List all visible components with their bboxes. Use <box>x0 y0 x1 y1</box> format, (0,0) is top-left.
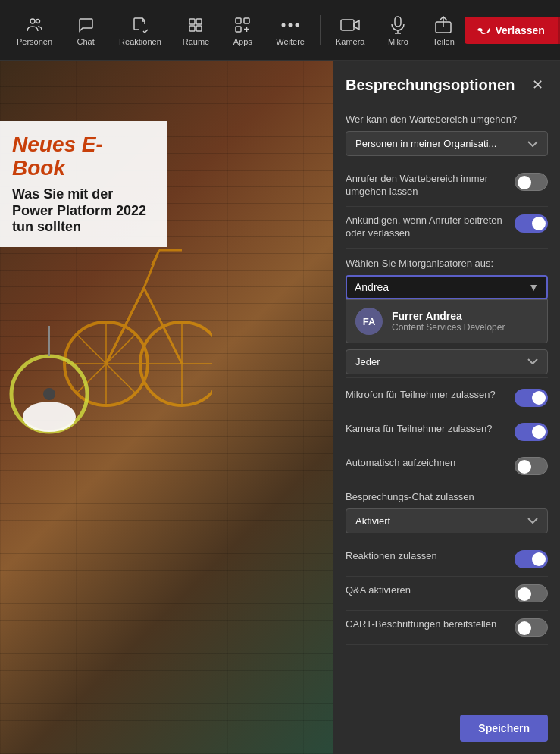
mic-toggle[interactable] <box>515 389 548 407</box>
reactions-toggle-thumb <box>532 552 546 566</box>
bypass-toggle-row: Anrufer den Wartebereich immer umgehen l… <box>346 165 548 207</box>
qa-toggle-track <box>515 584 548 602</box>
personen-icon <box>24 14 45 36</box>
teilen-label: Teilen <box>433 37 455 46</box>
apps-label: Apps <box>233 37 252 46</box>
divider-1 <box>346 377 548 378</box>
kamera-icon <box>339 14 361 36</box>
chat-dropdown[interactable]: Aktiviert <box>346 508 548 533</box>
svg-text:FA: FA <box>363 316 376 327</box>
leave-btn-group: Verlassen <box>465 17 560 44</box>
camera-toggle-thumb <box>532 425 546 439</box>
chair-decoration <box>8 326 99 477</box>
svg-rect-8 <box>236 27 241 32</box>
chat-label: Chat <box>77 37 94 46</box>
organizer-input[interactable] <box>355 281 528 293</box>
suggestion-name: Furrer Andrea <box>392 310 538 322</box>
svg-point-0 <box>30 19 35 23</box>
jeder-dropdown[interactable]: Jeder <box>346 349 548 374</box>
toolbar-item-teilen[interactable]: Teilen <box>422 10 465 51</box>
record-toggle-thumb <box>518 460 531 474</box>
svg-rect-6 <box>236 18 241 23</box>
book-title: Neues E-Book <box>12 133 155 180</box>
svg-point-10 <box>289 23 293 27</box>
svg-line-25 <box>106 288 144 364</box>
toolbar-item-mikro[interactable]: Mikro <box>377 10 419 51</box>
camera-toggle-track <box>515 423 548 441</box>
save-button[interactable]: Speichern <box>460 715 548 742</box>
organizer-input-row: ▼ <box>346 275 548 299</box>
waiting-room-value: Personen in meiner Organisati... <box>355 138 496 149</box>
suggestion-item-furrer[interactable]: FA Furrer Andrea Content Services Develo… <box>346 300 547 343</box>
bypass-toggle-thumb <box>518 176 531 189</box>
toolbar-item-kamera[interactable]: Kamera <box>327 10 374 51</box>
organizer-dropdown-icon[interactable]: ▼ <box>528 281 539 293</box>
chat-icon <box>75 14 96 36</box>
mic-toggle-label: Mikrofon für Teilnehmer zulassen? <box>346 389 515 402</box>
toolbar-item-raume[interactable]: Räume <box>174 10 218 51</box>
main-area: Neues E-Book Was Sie mit der Power Platf… <box>0 61 560 754</box>
suggestion-dropdown: FA Furrer Andrea Content Services Develo… <box>346 299 548 343</box>
mikro-icon <box>387 14 408 36</box>
video-area: Neues E-Book Was Sie mit der Power Platf… <box>0 61 333 754</box>
camera-toggle[interactable] <box>515 423 548 441</box>
toolbar-item-reaktionen[interactable]: Reaktionen <box>110 10 171 51</box>
camera-toggle-label: Kamera für Teilnehmer zulassen? <box>346 423 515 436</box>
waiting-room-label: Wer kann den Wartebereich umgehen? <box>346 114 548 125</box>
record-toggle-label: Automatisch aufzeichnen <box>346 457 515 470</box>
suggestion-avatar: FA <box>355 308 383 335</box>
toolbar-item-chat[interactable]: Chat <box>64 10 107 51</box>
svg-rect-7 <box>244 18 249 23</box>
organizer-section: Wählen Sie Mitorganisatoren aus: ▼ FA <box>346 258 548 343</box>
announce-toggle-row: Ankündigen, wenn Anrufer beitreten oder … <box>346 207 548 249</box>
toolbar-separator <box>320 15 321 45</box>
leave-button[interactable]: Verlassen <box>465 17 556 44</box>
panel-header: Besprechungsoptionen ✕ <box>333 61 560 105</box>
mic-toggle-row: Mikrofon für Teilnehmer zulassen? <box>346 381 548 415</box>
mic-toggle-track <box>515 389 548 407</box>
weitere-icon <box>280 14 301 36</box>
video-background: Neues E-Book Was Sie mit der Power Platf… <box>0 61 333 754</box>
svg-rect-13 <box>395 17 401 27</box>
cart-toggle[interactable] <box>515 618 548 637</box>
svg-point-1 <box>36 19 39 23</box>
chat-chevron-icon <box>527 518 538 524</box>
svg-rect-5 <box>196 26 202 31</box>
record-toggle[interactable] <box>515 457 548 475</box>
chevron-down-icon <box>527 141 538 147</box>
toolbar: Personen Chat Reaktionen <box>0 0 560 61</box>
camera-toggle-row: Kamera für Teilnehmer zulassen? <box>346 415 548 449</box>
record-toggle-track <box>515 457 548 475</box>
mic-toggle-thumb <box>532 391 546 405</box>
svg-point-11 <box>296 23 299 27</box>
panel-close-button[interactable]: ✕ <box>527 74 548 95</box>
toolbar-item-apps[interactable]: Apps <box>221 10 264 51</box>
reactions-toggle[interactable] <box>515 550 548 568</box>
record-toggle-row: Automatisch aufzeichnen <box>346 449 548 483</box>
toolbar-item-personen[interactable]: Personen <box>8 10 61 51</box>
organizer-section-label: Wählen Sie Mitorganisatoren aus: <box>346 258 548 269</box>
reactions-toggle-row: Reaktionen zulassen <box>346 543 548 577</box>
cart-toggle-track <box>515 618 548 637</box>
waiting-room-dropdown[interactable]: Personen in meiner Organisati... <box>346 131 548 156</box>
personen-label: Personen <box>17 37 52 46</box>
bypass-toggle[interactable] <box>515 173 548 191</box>
panel-content: Wer kann den Wartebereich umgehen? Perso… <box>333 105 560 702</box>
svg-rect-12 <box>341 20 354 30</box>
leave-dropdown-button[interactable] <box>557 17 560 44</box>
qa-toggle-thumb <box>518 587 531 601</box>
qa-toggle-row: Q&A aktivieren <box>346 577 548 611</box>
qa-toggle[interactable] <box>515 584 548 602</box>
jeder-value: Jeder <box>355 356 380 368</box>
reaktionen-icon <box>130 14 151 36</box>
reaktionen-label: Reaktionen <box>119 37 161 46</box>
weitere-label: Weitere <box>276 37 305 46</box>
svg-rect-4 <box>189 26 195 31</box>
raume-icon <box>185 14 206 36</box>
toolbar-item-weitere[interactable]: Weitere <box>267 10 314 51</box>
cart-toggle-row: CART-Beschriftungen bereitstellen <box>346 611 548 645</box>
apps-icon <box>232 14 253 36</box>
svg-point-30 <box>23 402 76 432</box>
announce-toggle[interactable] <box>515 214 548 233</box>
svg-point-32 <box>43 388 55 400</box>
